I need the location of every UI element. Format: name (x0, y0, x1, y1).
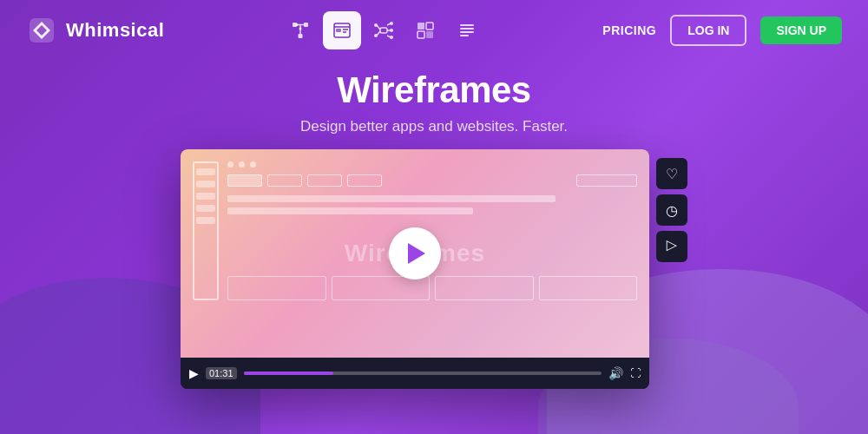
play-triangle-icon (408, 243, 425, 264)
svg-point-23 (390, 22, 393, 25)
video-progress-fill (244, 372, 333, 375)
svg-rect-12 (336, 29, 341, 32)
tool-nav (281, 11, 486, 49)
video-timestamp: 01:31 (206, 367, 237, 379)
video-progress-bar[interactable] (244, 372, 602, 375)
video-control-icons: 🔊 ⛶ (608, 366, 641, 380)
svg-point-8 (295, 23, 298, 26)
svg-point-24 (390, 29, 393, 32)
svg-rect-28 (418, 31, 424, 38)
clock-icon: ◷ (666, 202, 678, 219)
video-player[interactable]: Wireframes ▶ 01:31 🔊 ⛶ (181, 149, 649, 389)
logo-area[interactable]: Whimsical (26, 15, 164, 46)
pricing-link[interactable]: PRICING (602, 23, 656, 37)
svg-rect-15 (380, 28, 387, 33)
hero-title: Wireframes (0, 69, 868, 111)
play-button-overlay[interactable] (389, 227, 441, 279)
sticky-notes-tool-button[interactable] (406, 11, 444, 49)
svg-point-9 (299, 28, 301, 30)
svg-point-21 (374, 23, 378, 27)
svg-point-22 (374, 34, 378, 37)
side-action-icons: ♡ ◷ ◁ (656, 149, 687, 262)
logo-icon (26, 15, 57, 46)
clock-button[interactable]: ◷ (656, 194, 687, 226)
wf-sidebar (193, 161, 219, 300)
signup-button[interactable]: SIGN UP (760, 16, 842, 44)
svg-rect-29 (426, 31, 433, 38)
volume-icon[interactable]: 🔊 (608, 366, 623, 380)
flowchart-tool-button[interactable] (281, 11, 319, 49)
wf-main-content (227, 161, 637, 300)
send-button[interactable]: ◁ (656, 231, 687, 262)
svg-rect-5 (298, 34, 302, 38)
login-button[interactable]: LOG IN (670, 15, 746, 46)
nav-right: PRICING LOG IN SIGN UP (602, 15, 842, 46)
svg-rect-27 (426, 23, 433, 30)
hero-subtitle: Design better apps and websites. Faster. (0, 118, 868, 135)
heart-icon: ♡ (666, 166, 678, 182)
video-section: Wireframes ▶ 01:31 🔊 ⛶ ♡ ◷ ◁ (0, 149, 868, 389)
mindmap-tool-button[interactable] (365, 11, 403, 49)
svg-rect-26 (418, 23, 424, 30)
svg-point-25 (390, 36, 393, 39)
brand-name: Whimsical (66, 19, 164, 42)
heart-button[interactable]: ♡ (656, 158, 687, 189)
docs-tool-button[interactable] (448, 11, 486, 49)
video-screen: Wireframes (181, 149, 649, 358)
send-icon: ◁ (667, 239, 677, 255)
video-controls-bar: ▶ 01:31 🔊 ⛶ (181, 358, 649, 389)
svg-rect-4 (304, 23, 308, 27)
fullscreen-icon[interactable]: ⛶ (630, 367, 641, 379)
hero-section: Wireframes Design better apps and websit… (0, 61, 868, 149)
play-control-icon[interactable]: ▶ (189, 366, 199, 380)
wireframe-tool-button[interactable] (323, 11, 361, 49)
header: Whimsical (0, 0, 868, 61)
